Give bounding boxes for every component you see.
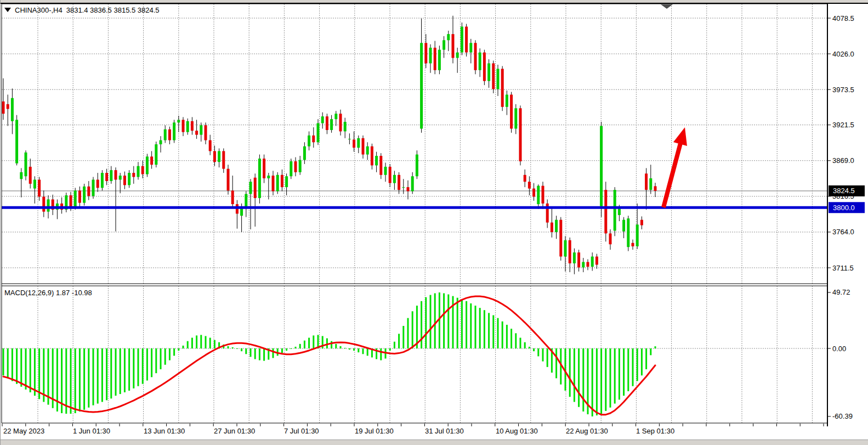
bear-candle (115, 170, 117, 179)
bear-candle (551, 223, 553, 232)
bull-candle (357, 138, 360, 148)
price-axis-label: 3973.5 (832, 86, 854, 94)
candlesticks[interactable] (2, 16, 657, 274)
ohlc-values: 3831.4 3836.5 3815.5 3824.5 (66, 6, 160, 14)
bear-candle (272, 176, 275, 191)
time-axis-label: 7 Jul 01:30 (284, 427, 319, 435)
bear-candle (38, 179, 41, 196)
bull-candle (128, 173, 131, 185)
bull-candle (317, 123, 320, 143)
bull-candle (308, 136, 310, 147)
macd-axis[interactable]: 49.720.00-60.39 (827, 288, 853, 420)
bear-candle (609, 233, 612, 244)
bear-candle (294, 161, 297, 172)
bear-candle (2, 102, 5, 114)
bear-candle (29, 167, 32, 184)
bear-candle (595, 257, 598, 265)
bear-candle (640, 220, 643, 226)
bull-candle (101, 173, 104, 188)
bull-candle (636, 224, 639, 246)
bull-candle (74, 190, 77, 207)
bull-candle (25, 153, 27, 176)
chart-canvas[interactable]: 4078.54026.03973.53921.53869.03816.53764… (1, 0, 868, 445)
bear-candle (577, 252, 580, 267)
bull-candle (487, 63, 490, 81)
bull-candle (92, 179, 95, 196)
bull-candle (649, 178, 652, 190)
bull-candle (11, 98, 14, 121)
bear-candle (105, 173, 108, 181)
hline-price-badge-text: 3800.0 (833, 204, 855, 212)
bull-candle (479, 53, 481, 70)
bull-candle (177, 120, 180, 122)
trend-arrow[interactable] (663, 127, 687, 207)
bear-candle (70, 195, 72, 207)
time-axis-label: 22 May 2023 (3, 427, 44, 435)
bear-candle (654, 186, 657, 191)
bull-candle (627, 218, 629, 247)
time-axis-label: 27 Jun 01:30 (214, 427, 255, 435)
bear-candle (353, 139, 355, 148)
bear-candle (227, 169, 230, 191)
bull-candle (447, 34, 450, 40)
time-axis-label: 19 Jul 01:30 (355, 427, 394, 435)
price-axis[interactable]: 4078.54026.03973.53921.53869.03816.53764… (827, 14, 854, 272)
bear-candle (452, 34, 455, 58)
bull-candle (456, 53, 459, 58)
price-axis-label: 4026.0 (832, 50, 854, 58)
bear-candle (519, 108, 522, 161)
bear-candle (168, 129, 171, 140)
bear-candle (434, 48, 436, 70)
bear-candle (362, 138, 365, 155)
bull-candle (47, 199, 50, 211)
macd-signal-line (3, 296, 655, 415)
hline-price-badge: 3800.0 (829, 202, 865, 213)
price-axis-label: 3921.5 (832, 121, 854, 129)
window-chrome-bottom (1, 440, 868, 445)
bear-candle (78, 190, 81, 202)
trend-arrow-shaft (663, 143, 680, 207)
bear-candle (205, 125, 207, 140)
bear-candle (97, 179, 99, 188)
time-axis-label: 13 Jun 01:30 (144, 427, 185, 435)
bull-candle (497, 69, 500, 89)
bull-candle (600, 126, 603, 206)
bull-candle (348, 139, 351, 139)
bull-candle (555, 220, 558, 232)
time-axis-label: 31 Jul 01:30 (425, 427, 464, 435)
price-axis-label: 3869.0 (832, 156, 854, 165)
bull-candle (164, 129, 167, 140)
bear-candle (371, 147, 373, 166)
symbol-period-label: CHINA300-,H4 (15, 6, 63, 14)
bull-candle (33, 179, 36, 188)
bull-candle (582, 262, 585, 267)
scroll-to-end-marker-icon[interactable] (661, 4, 673, 9)
bull-candle (330, 119, 333, 130)
bull-candle (218, 151, 220, 162)
current-price-badge-text: 3824.5 (833, 187, 855, 195)
bull-candle (429, 48, 432, 64)
bear-candle (398, 175, 400, 190)
bull-candle (375, 156, 378, 165)
macd-histogram (3, 292, 655, 416)
bull-candle (186, 121, 189, 132)
time-axis-label: 10 Aug 01:30 (496, 427, 538, 435)
price-axis-label: 3764.0 (832, 228, 854, 236)
bull-candle (573, 252, 576, 263)
bull-candle (258, 159, 261, 198)
mt4-chart-window: 4078.54026.03973.53921.53869.03816.53764… (0, 0, 868, 445)
bull-candle (321, 116, 324, 123)
bear-candle (281, 175, 283, 187)
bull-candle (83, 187, 86, 203)
bull-candle (160, 140, 162, 144)
bull-candle (402, 187, 405, 188)
time-axis[interactable]: 22 May 20231 Jun 01:3013 Jun 01:3027 Jun… (2, 424, 824, 435)
collapse-triangle-icon[interactable] (4, 8, 11, 12)
macd-axis-label: 0.00 (832, 345, 846, 353)
bull-candle (146, 156, 149, 174)
bull-candle (420, 43, 423, 128)
bear-candle (465, 26, 468, 52)
price-axis-label: 4078.5 (832, 14, 854, 22)
bear-candle (132, 173, 135, 177)
bull-candle (416, 155, 418, 177)
